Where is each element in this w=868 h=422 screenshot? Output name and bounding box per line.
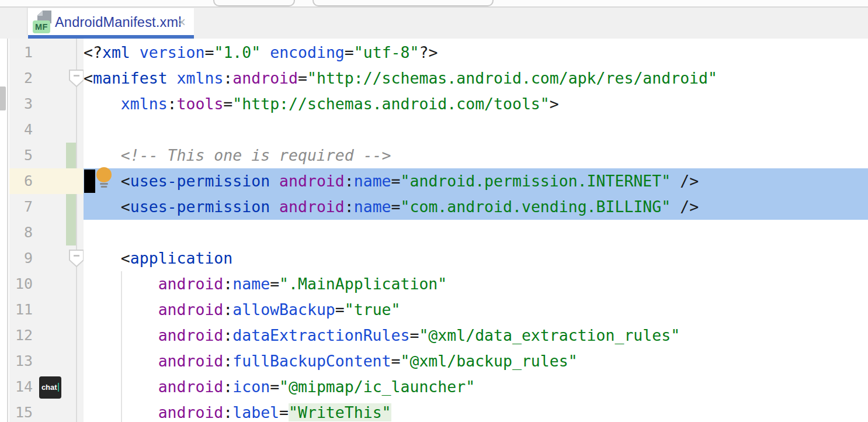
code-token: uses-permission <box>130 172 270 190</box>
code-token: label <box>232 403 279 421</box>
line-number[interactable]: 11 <box>9 297 84 323</box>
code-token: "@mipmap/ic_launcher" <box>279 378 475 396</box>
code-line[interactable]: android:allowBackup="true" <box>84 297 868 323</box>
chat-user-badge[interactable]: chat <box>39 376 61 399</box>
code-token: = <box>335 300 345 319</box>
code-line[interactable]: android:icon="@mipmap/ic_launcher" <box>84 374 868 400</box>
indent-guide <box>121 271 122 422</box>
line-number[interactable]: 3 <box>9 91 84 117</box>
code-line[interactable] <box>84 117 868 143</box>
code-token: android <box>279 172 345 190</box>
code-token: "http://schemas.android.com/apk/res/andr… <box>307 69 717 87</box>
code-line[interactable]: <application <box>84 245 868 271</box>
line-number[interactable]: 10 <box>9 271 84 297</box>
code-token: = <box>270 275 279 293</box>
scrollbar-thumb[interactable] <box>0 87 6 110</box>
code-token: name <box>232 275 270 293</box>
code-line[interactable] <box>84 220 868 245</box>
tab-androidmanifest[interactable]: MF AndroidManifest.xml × <box>28 8 194 35</box>
code-token: "@xml/data_extraction_rules" <box>419 326 680 344</box>
code-token: version <box>140 43 205 61</box>
code-token: < <box>84 69 93 87</box>
code-line[interactable]: <manifest xmlns:android="http://schemas.… <box>84 65 868 91</box>
left-edge-strip <box>0 39 8 422</box>
editor-tab-bar: MF AndroidManifest.xml × <box>0 8 868 39</box>
chat-user-badge-label: chat <box>41 383 57 392</box>
line-number[interactable]: 15 <box>9 400 84 422</box>
code-token: encoding <box>270 43 345 61</box>
code-token: manifest <box>93 69 168 87</box>
code-token: = <box>391 172 401 190</box>
code-line[interactable]: <uses-permission android:name="android.p… <box>84 168 868 194</box>
vcs-added-marker <box>66 194 76 245</box>
code-token: : <box>223 352 232 370</box>
code-token: "utf-8" <box>354 43 419 61</box>
code-token: : <box>223 275 232 293</box>
code-token: fullBackupContent <box>232 352 391 370</box>
code-token: = <box>279 403 289 421</box>
intention-bulb-icon[interactable] <box>95 167 113 189</box>
line-number[interactable]: 4 <box>9 117 84 143</box>
editor-main: 123456789101112131415 <?xml version="1.0… <box>0 39 868 422</box>
chat-typing-caret <box>58 383 60 392</box>
code-token: name <box>354 198 391 216</box>
code-token: "WriteThis" <box>289 403 391 421</box>
code-token: android <box>158 378 224 396</box>
code-token <box>84 146 121 164</box>
code-token: : <box>223 403 232 421</box>
tab-title: AndroidManifest.xml <box>55 8 182 35</box>
code-token: android <box>158 300 224 319</box>
line-number[interactable]: 6 <box>9 168 84 194</box>
code-line[interactable]: android:name=".MainApplication" <box>84 271 868 297</box>
code-token: xmlns <box>121 95 168 113</box>
fold-icon[interactable] <box>69 70 84 87</box>
code-token <box>270 198 279 216</box>
code-token: /> <box>671 172 699 190</box>
code-token <box>168 69 177 87</box>
vcs-added-marker <box>66 143 76 168</box>
line-number[interactable]: 12 <box>9 323 84 348</box>
code-line[interactable]: android:fullBackupContent="@xml/backup_r… <box>84 348 868 374</box>
toolbar-field[interactable] <box>213 0 295 6</box>
toolbar-field[interactable] <box>313 0 494 6</box>
code-line[interactable]: <?xml version="1.0" encoding="utf-8"?> <box>84 40 868 65</box>
code-token: = <box>345 43 354 61</box>
line-number[interactable]: 13 <box>9 348 84 374</box>
code-line[interactable]: <uses-permission android:name="com.andro… <box>84 194 868 220</box>
code-token: = <box>409 326 419 344</box>
tab-close-icon[interactable]: × <box>175 16 188 29</box>
collab-caret <box>84 170 95 193</box>
code-token: : <box>345 198 354 216</box>
code-token: < <box>84 249 130 267</box>
code-token: : <box>223 300 232 319</box>
code-token: : <box>345 172 354 190</box>
code-token: = <box>391 198 401 216</box>
top-toolbar-strip <box>0 0 868 8</box>
code-token: "1.0" <box>214 43 261 61</box>
code-line[interactable]: <!-- This one is required --> <box>84 143 868 168</box>
code-token: dataExtractionRules <box>232 326 409 344</box>
code-token: = <box>391 352 401 370</box>
code-token: xml <box>102 43 130 61</box>
code-token <box>261 43 270 61</box>
code-token: android <box>158 352 224 370</box>
code-token: "@xml/backup_rules" <box>401 352 578 370</box>
tab-bar-divider <box>27 8 27 35</box>
code-line[interactable]: xmlns:tools="http://schemas.android.com/… <box>84 91 868 117</box>
code-token: application <box>130 249 233 267</box>
code-token: icon <box>232 378 270 396</box>
code-token <box>84 95 121 113</box>
code-line[interactable]: android:dataExtractionRules="@xml/data_e… <box>84 323 868 348</box>
code-line[interactable]: android:label="WriteThis" <box>84 400 868 422</box>
code-token: "com.android.vending.BILLING" <box>401 198 671 216</box>
code-token: = <box>223 95 232 113</box>
code-area[interactable]: <?xml version="1.0" encoding="utf-8"?><m… <box>84 39 868 422</box>
fold-icon[interactable] <box>69 250 84 267</box>
code-token: ".MainApplication" <box>279 275 447 293</box>
code-token: > <box>550 95 559 113</box>
code-token <box>130 43 140 61</box>
code-token: "http://schemas.android.com/tools" <box>232 95 549 113</box>
code-token: "true" <box>345 300 401 319</box>
manifest-file-icon-badge: MF <box>33 20 50 33</box>
line-number[interactable]: 1 <box>9 40 84 65</box>
